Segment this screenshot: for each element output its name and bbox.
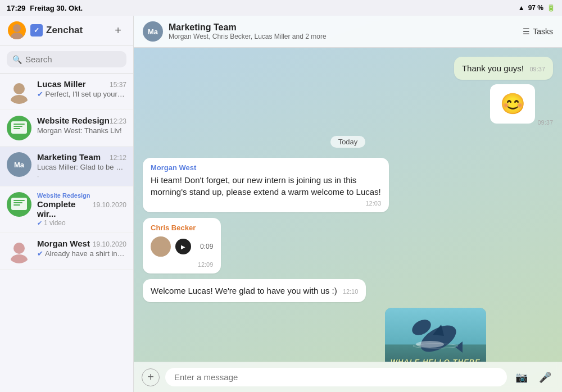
svg-rect-5 — [13, 124, 25, 125]
group-avatar: Ma — [143, 21, 163, 42]
chat-info: Lucas Miller 15:37 ✔ Perfect, I'll set u… — [37, 79, 126, 98]
chat-time: 19.10.2020 — [93, 240, 126, 248]
chat-preview: ✔ Already have a shirt in his size I thi… — [37, 249, 126, 258]
website-tag: Website Redesign — [37, 192, 126, 199]
msg-text: Thank you guys! — [462, 63, 524, 73]
chat-preview-sub: · — [37, 172, 126, 180]
svg-rect-8 — [11, 198, 27, 210]
message-input[interactable] — [165, 368, 507, 386]
attach-button[interactable]: + — [142, 368, 160, 386]
chat-name: Complete wir... — [37, 199, 93, 218]
svg-point-14 — [156, 240, 165, 249]
voice-avatar — [151, 236, 171, 257]
avatar — [7, 116, 31, 140]
chat-preview: ✔ Perfect, I'll set up your log in for t… — [37, 90, 126, 98]
chat-info: Morgan West 19.10.2020 ✔ Already have a … — [37, 239, 126, 258]
search-input[interactable] — [25, 54, 121, 64]
msg-text: Hi team! Don't forget, our new intern is… — [151, 174, 381, 198]
avatar — [7, 192, 31, 217]
msg-time: 12:09 — [151, 261, 213, 268]
msg-text: Welcome Lucas! We're glad to have you wi… — [151, 286, 337, 295]
chat-time: 12:23 — [110, 117, 126, 125]
chat-name: Marketing Team — [37, 152, 101, 162]
chat-time: 15:37 — [110, 81, 126, 89]
battery-icon: 🔋 — [547, 4, 555, 12]
sidebar-brand: ✓ Zenchat — [30, 24, 83, 37]
chat-name: Morgan West — [37, 239, 90, 248]
svg-point-0 — [13, 24, 21, 32]
audio-duration: 0:09 — [200, 243, 213, 250]
sidebar-item-lucas-miller[interactable]: Lucas Miller 15:37 ✔ Perfect, I'll set u… — [0, 74, 133, 110]
chat-preview: Lucas Miller: Glad to be here — [37, 163, 126, 171]
group-name: Marketing Team — [169, 22, 327, 33]
msg-bubble: Morgan West Hi team! Don't forget, our n… — [143, 158, 389, 212]
messages-area: Thank you guys! 09:37 😊 09:37 Today Morg… — [134, 48, 562, 362]
chat-info: Website Redesign Complete wir... 19.10.2… — [37, 192, 126, 227]
avatar — [7, 79, 31, 104]
voice-bubble: Chris Becker ▶ 0:09 12:09 — [143, 218, 221, 274]
svg-point-13 — [11, 254, 28, 263]
microphone-icon: 🎤 — [539, 371, 551, 384]
emoji-sticker: 😊 — [490, 84, 535, 124]
svg-rect-7 — [13, 128, 20, 129]
message-morgan: Morgan West Hi team! Don't forget, our n… — [143, 158, 553, 212]
voice-row: ▶ 0:09 — [151, 236, 213, 257]
whale-text: WHALE HELLO THERE — [385, 358, 486, 362]
msg-sender: Chris Becker — [151, 224, 213, 232]
status-time: 17:29 — [7, 4, 25, 12]
svg-point-15 — [154, 249, 167, 257]
svg-rect-10 — [13, 202, 22, 203]
chat-info: Website Redesign 12:23 Morgan West: Than… — [37, 116, 126, 135]
sidebar-header: ✓ Zenchat + — [0, 16, 133, 45]
sticker-image: WHALE HELLO THERE — [385, 308, 486, 362]
status-date: Freitag 30. Okt. — [30, 4, 83, 12]
chat-preview-sub: ✔ 1 video — [37, 219, 126, 227]
group-members: Morgan West, Chris Becker, Lucas Miller … — [169, 33, 327, 40]
camera-icon: 📷 — [515, 371, 528, 384]
msg-time: 09:37 — [529, 66, 545, 72]
message-welcome: Welcome Lucas! We're glad to have you wi… — [143, 279, 366, 302]
sidebar-item-marketing-team[interactable]: Ma Marketing Team 12:12 Lucas Miller: Gl… — [0, 147, 133, 186]
svg-rect-6 — [13, 126, 22, 127]
chat-name: Lucas Miller — [37, 79, 86, 89]
avatar — [7, 239, 31, 263]
chat-panel: Ma Marketing Team Morgan West, Chris Bec… — [134, 16, 562, 392]
svg-rect-4 — [11, 121, 27, 134]
input-area: + 📷 🎤 — [134, 362, 562, 392]
chat-time: 12:12 — [110, 154, 126, 162]
sidebar: ✓ Zenchat + 🔍 Lucas Miller — [0, 16, 134, 392]
chat-name: Website Redesign — [37, 116, 110, 125]
user-avatar[interactable] — [8, 21, 26, 39]
sidebar-item-website-redesign-2[interactable]: Website Redesign Complete wir... 19.10.2… — [0, 186, 133, 233]
sidebar-item-website-redesign-1[interactable]: Website Redesign 12:23 Morgan West: Than… — [0, 110, 133, 147]
play-button[interactable]: ▶ — [175, 239, 191, 254]
microphone-button[interactable]: 🎤 — [536, 368, 554, 386]
camera-button[interactable]: 📷 — [513, 368, 531, 386]
msg-time: 12:10 — [343, 288, 359, 295]
search-box[interactable]: 🔍 — [7, 51, 126, 67]
add-chat-button[interactable]: + — [111, 23, 125, 38]
brand-name: Zenchat — [46, 25, 83, 36]
svg-point-2 — [13, 83, 25, 94]
chat-preview: Morgan West: Thanks Liv! — [37, 126, 126, 135]
avatar: Ma — [7, 152, 31, 177]
search-container: 🔍 — [0, 45, 133, 74]
sidebar-item-morgan-west[interactable]: Morgan West 19.10.2020 ✔ Already have a … — [0, 233, 133, 270]
message-thankyou: Thank you guys! 09:37 😊 09:37 — [143, 57, 553, 126]
chat-header: Ma Marketing Team Morgan West, Chris Bec… — [134, 16, 562, 48]
message-chris-voice: Chris Becker ▶ 0:09 12:09 — [143, 218, 221, 274]
wifi-icon: ▲ — [518, 4, 525, 12]
svg-point-12 — [13, 243, 25, 254]
tasks-button[interactable]: ☰ Tasks — [523, 27, 553, 36]
msg-bubble: Thank you guys! 09:37 — [454, 57, 553, 80]
chat-list: Lucas Miller 15:37 ✔ Perfect, I'll set u… — [0, 74, 133, 392]
battery-level: 97 % — [528, 4, 543, 12]
chat-info: Marketing Team 12:12 Lucas Miller: Glad … — [37, 152, 126, 180]
status-bar: 17:29 Freitag 30. Okt. ▲ 97 % 🔋 — [0, 0, 562, 16]
svg-point-3 — [11, 95, 28, 104]
chat-time: 19.10.2020 — [93, 201, 126, 209]
tasks-icon: ☰ — [523, 27, 530, 36]
svg-point-1 — [11, 33, 23, 39]
date-label: Today — [330, 136, 366, 148]
brand-icon: ✓ — [30, 24, 43, 37]
